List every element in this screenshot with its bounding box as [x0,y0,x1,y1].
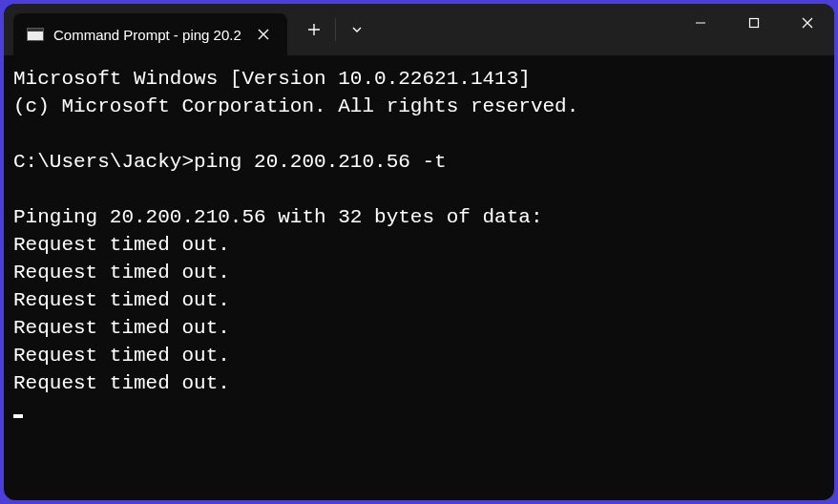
terminal-line: Request timed out. [13,372,230,394]
terminal-line: Request timed out. [13,234,230,256]
maximize-icon [747,16,761,30]
close-icon [258,29,269,40]
cmd-icon [27,28,44,41]
terminal-line: C:\Users\Jacky>ping 20.200.210.56 -t [13,151,447,173]
terminal-line: Request timed out. [13,345,230,367]
close-icon [801,16,814,30]
minimize-button[interactable] [674,4,727,42]
svg-rect-0 [750,19,759,28]
terminal-line: Request timed out. [13,317,230,339]
terminal-line: Request timed out. [13,262,230,284]
new-tab-button[interactable] [293,10,335,49]
tab-dropdown-button[interactable] [336,10,378,49]
tab-title: Command Prompt - ping 20.2 [53,27,241,43]
terminal-line: Pinging 20.200.210.56 with 32 bytes of d… [13,206,543,228]
plus-icon [307,23,321,36]
window-controls [674,4,834,42]
terminal-window: Command Prompt - ping 20.2 [4,4,834,500]
close-button[interactable] [781,4,834,42]
terminal-line: Microsoft Windows [Version 10.0.22621.14… [13,68,531,90]
titlebar: Command Prompt - ping 20.2 [4,4,834,55]
terminal-output[interactable]: Microsoft Windows [Version 10.0.22621.14… [4,55,834,500]
cursor [13,414,23,418]
maximize-button[interactable] [727,4,781,42]
terminal-line: Request timed out. [13,289,230,311]
tab-close-button[interactable] [251,22,276,47]
tab-active[interactable]: Command Prompt - ping 20.2 [13,13,287,55]
chevron-down-icon [350,23,364,36]
minimize-icon [694,16,707,30]
tabbar-buttons [293,4,378,55]
terminal-line: (c) Microsoft Corporation. All rights re… [13,95,578,117]
